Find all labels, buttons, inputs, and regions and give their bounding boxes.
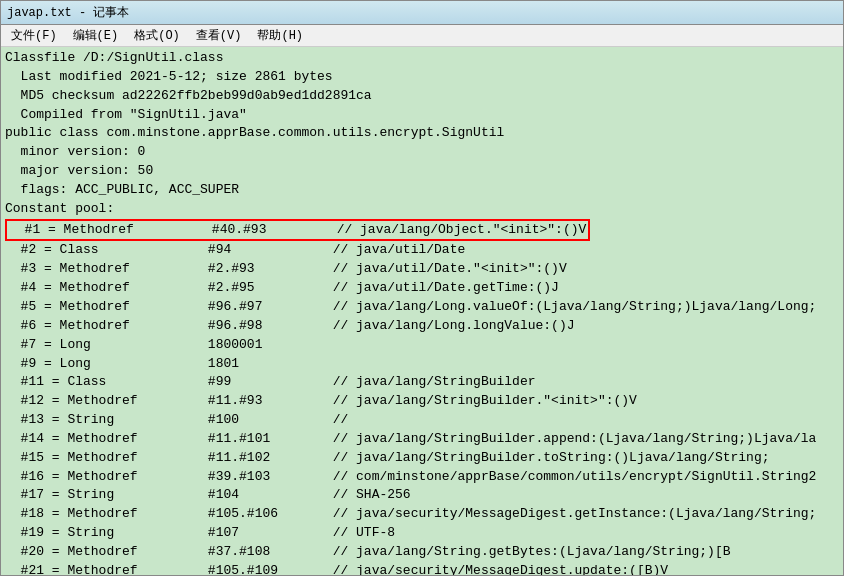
- code-line: #5 = Methodref #96.#97 // java/lang/Long…: [5, 298, 839, 317]
- code-line: Constant pool:: [5, 200, 839, 219]
- code-line: flags: ACC_PUBLIC, ACC_SUPER: [5, 181, 839, 200]
- code-line: minor version: 0: [5, 143, 839, 162]
- code-line: #2 = Class #94 // java/util/Date: [5, 241, 839, 260]
- code-line: public class com.minstone.apprBase.commo…: [5, 124, 839, 143]
- code-line: #18 = Methodref #105.#106 // java/securi…: [5, 505, 839, 524]
- code-line: #20 = Methodref #37.#108 // java/lang/St…: [5, 543, 839, 562]
- menu-bar: 文件(F)编辑(E)格式(O)查看(V)帮助(H): [1, 25, 843, 47]
- code-line: #19 = String #107 // UTF-8: [5, 524, 839, 543]
- code-line: Compiled from "SignUtil.java": [5, 106, 839, 125]
- code-line: #6 = Methodref #96.#98 // java/lang/Long…: [5, 317, 839, 336]
- code-line: #7 = Long 1800001: [5, 336, 839, 355]
- highlighted-line: #1 = Methodref #40.#93 // java/lang/Obje…: [5, 219, 590, 242]
- code-line: #15 = Methodref #11.#102 // java/lang/St…: [5, 449, 839, 468]
- title-bar: javap.txt - 记事本: [1, 1, 843, 25]
- code-line: #11 = Class #99 // java/lang/StringBuild…: [5, 373, 839, 392]
- code-line: #3 = Methodref #2.#93 // java/util/Date.…: [5, 260, 839, 279]
- menu-item[interactable]: 查看(V): [188, 25, 250, 46]
- code-line: #13 = String #100 //: [5, 411, 839, 430]
- code-line: #17 = String #104 // SHA-256: [5, 486, 839, 505]
- code-line: #14 = Methodref #11.#101 // java/lang/St…: [5, 430, 839, 449]
- code-line: #16 = Methodref #39.#103 // com/minstone…: [5, 468, 839, 487]
- code-line: #21 = Methodref #105.#109 // java/securi…: [5, 562, 839, 575]
- code-line: #4 = Methodref #2.#95 // java/util/Date.…: [5, 279, 839, 298]
- code-line: #12 = Methodref #11.#93 // java/lang/Str…: [5, 392, 839, 411]
- code-line: #1 = Methodref #40.#93 // java/lang/Obje…: [5, 219, 839, 242]
- code-line: #9 = Long 1801: [5, 355, 839, 374]
- content-area[interactable]: Classfile /D:/SignUtil.class Last modifi…: [1, 47, 843, 575]
- menu-item[interactable]: 帮助(H): [249, 25, 311, 46]
- code-line: major version: 50: [5, 162, 839, 181]
- menu-item[interactable]: 编辑(E): [65, 25, 127, 46]
- window-title: javap.txt - 记事本: [7, 4, 129, 21]
- code-line: MD5 checksum ad22262ffb2beb99d0ab9ed1dd2…: [5, 87, 839, 106]
- code-line: Last modified 2021-5-12; size 2861 bytes: [5, 68, 839, 87]
- menu-item[interactable]: 文件(F): [3, 25, 65, 46]
- menu-item[interactable]: 格式(O): [126, 25, 188, 46]
- main-window: javap.txt - 记事本 文件(F)编辑(E)格式(O)查看(V)帮助(H…: [0, 0, 844, 576]
- code-line: Classfile /D:/SignUtil.class: [5, 49, 839, 68]
